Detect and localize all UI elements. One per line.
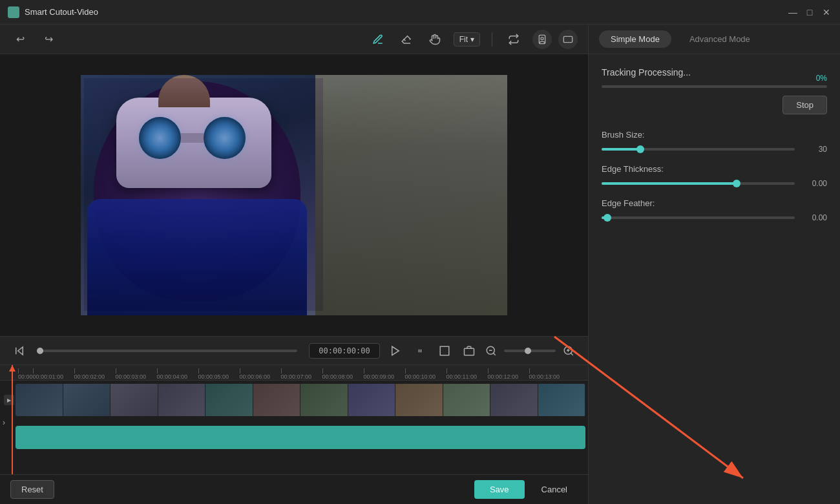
ruler-mark: 00:00:12:00	[488, 368, 529, 380]
title-bar: Smart Cutout-Video — □ ✕	[0, 0, 840, 25]
edge-thickness-thumb[interactable]	[733, 180, 740, 187]
film-frame	[110, 384, 158, 416]
film-frame	[158, 384, 206, 416]
panel-content: Tracking Processing... 0% Stop Brush Siz…	[589, 54, 840, 504]
tracking-progress-track	[602, 85, 827, 88]
brush-size-slider[interactable]	[602, 148, 795, 151]
zoom-slider[interactable]	[504, 350, 556, 352]
svg-marker-5	[392, 346, 399, 355]
left-area: ↩ ↪ Fit ▾	[0, 25, 588, 504]
edge-thickness-value: 0.00	[801, 179, 827, 188]
pause-button[interactable]	[411, 342, 429, 360]
progress-thumb[interactable]	[37, 348, 43, 354]
edge-feather-value: 0.00	[801, 213, 827, 222]
svg-line-11	[493, 353, 495, 355]
redo-button[interactable]: ↪	[39, 30, 58, 49]
ruler-mark: 00:00:06:00	[240, 368, 281, 380]
reset-button[interactable]: Reset	[10, 480, 54, 499]
zoom-in-button[interactable]	[560, 342, 578, 360]
landscape-mode-button[interactable]	[558, 30, 578, 49]
cancel-button[interactable]: Cancel	[531, 480, 578, 499]
filmstrip	[16, 384, 585, 416]
bottom-right-actions: Save Cancel	[474, 480, 578, 499]
film-frame	[538, 384, 586, 416]
undo-button[interactable]: ↩	[10, 30, 30, 49]
timeline-ruler: 00:00 00:00:01:00 00:00:02:00 00:00:03:0…	[0, 365, 588, 381]
ruler-mark: 00:00:10:00	[405, 368, 446, 380]
svg-rect-2	[563, 36, 572, 42]
ruler-mark: 00:00:02:00	[74, 368, 116, 380]
film-frame	[300, 384, 348, 416]
film-frame	[348, 384, 396, 416]
stop-tracking-button[interactable]: Stop	[782, 96, 827, 114]
edge-feather-thumb[interactable]	[604, 214, 611, 222]
toolbar-right	[532, 30, 578, 49]
edge-thickness-fill	[602, 182, 737, 185]
bottom-bar: Reset Save Cancel	[0, 474, 588, 504]
erase-tool-button[interactable]	[397, 30, 416, 49]
edge-feather-slider-row: 0.00	[602, 213, 827, 222]
ruler-mark: 00:00:09:00	[364, 368, 405, 380]
video-progress-bar[interactable]	[40, 350, 297, 352]
main-layout: ↩ ↪ Fit ▾	[0, 25, 840, 504]
brush-size-label: Brush Size:	[602, 130, 827, 140]
zoom-thumb[interactable]	[525, 348, 531, 354]
close-button[interactable]: ✕	[821, 6, 832, 18]
teal-track-bar[interactable]	[16, 426, 585, 449]
playhead[interactable]	[12, 365, 13, 474]
video-canvas	[81, 75, 507, 315]
right-panel: Simple Mode Advanced Mode Tracking Proce…	[588, 25, 840, 504]
ruler-mark: 00:00:01:00	[33, 368, 74, 380]
save-button[interactable]: Save	[474, 480, 525, 499]
ruler-marks: 00:00 00:00:01:00 00:00:02:00 00:00:03:0…	[18, 365, 571, 380]
prev-frame-button[interactable]	[10, 342, 28, 360]
edge-thickness-slider[interactable]	[602, 182, 795, 185]
ruler-mark: 00:00:05:00	[198, 368, 240, 380]
tracking-progress-container: 0%	[602, 85, 827, 88]
edge-thickness-label: Edge Thickness:	[602, 164, 827, 174]
film-frame	[395, 384, 443, 416]
simple-mode-tab[interactable]: Simple Mode	[599, 30, 671, 48]
svg-point-1	[541, 37, 543, 39]
ruler-mark: 00:00:07:00	[281, 368, 322, 380]
brush-size-thumb[interactable]	[636, 145, 644, 153]
zoom-area	[460, 342, 578, 360]
time-display: 00:00:00:00	[309, 343, 380, 359]
expand-track-button[interactable]: ›	[3, 418, 5, 427]
stop-button[interactable]	[436, 342, 454, 360]
ruler-mark: 00:00:11:00	[446, 368, 488, 380]
ruler-mark: 00:00:08:00	[322, 368, 364, 380]
toolbar: ↩ ↪ Fit ▾	[0, 25, 588, 54]
svg-rect-8	[440, 346, 449, 355]
app-icon	[8, 6, 19, 18]
svg-marker-3	[18, 347, 23, 355]
portrait-mode-button[interactable]	[532, 30, 552, 49]
brush-size-fill	[602, 148, 640, 151]
edge-feather-slider[interactable]	[602, 216, 795, 219]
timeline: 00:00 00:00:01:00 00:00:02:00 00:00:03:0…	[0, 364, 588, 474]
draw-tool-button[interactable]	[368, 30, 388, 49]
fit-to-frame-button[interactable]	[460, 342, 478, 360]
fit-dropdown[interactable]: Fit ▾	[454, 32, 480, 47]
hand-tool-button[interactable]	[425, 30, 445, 49]
swap-button[interactable]	[504, 30, 523, 49]
zoom-out-button[interactable]	[482, 342, 500, 360]
ruler-mark: 00:00:04:00	[157, 368, 198, 380]
playback-bar: 00:00:00:00	[0, 336, 588, 364]
app-title: Smart Cutout-Video	[25, 7, 787, 17]
advanced-mode-tab[interactable]: Advanced Mode	[678, 30, 762, 48]
edge-feather-label: Edge Feather:	[602, 198, 827, 208]
ruler-mark: 00:00:03:00	[116, 368, 157, 380]
ruler-mark: 00:00	[18, 368, 33, 380]
maximize-button[interactable]: □	[804, 6, 815, 18]
film-frame	[253, 384, 301, 416]
minimize-button[interactable]: —	[787, 6, 799, 18]
play-button[interactable]	[386, 342, 404, 360]
film-frame	[16, 384, 63, 416]
film-frame	[63, 384, 111, 416]
mode-tabs: Simple Mode Advanced Mode	[589, 25, 840, 54]
tracking-title: Tracking Processing...	[602, 67, 827, 78]
film-frame	[205, 384, 253, 416]
film-frame	[443, 384, 491, 416]
film-frame	[490, 384, 538, 416]
